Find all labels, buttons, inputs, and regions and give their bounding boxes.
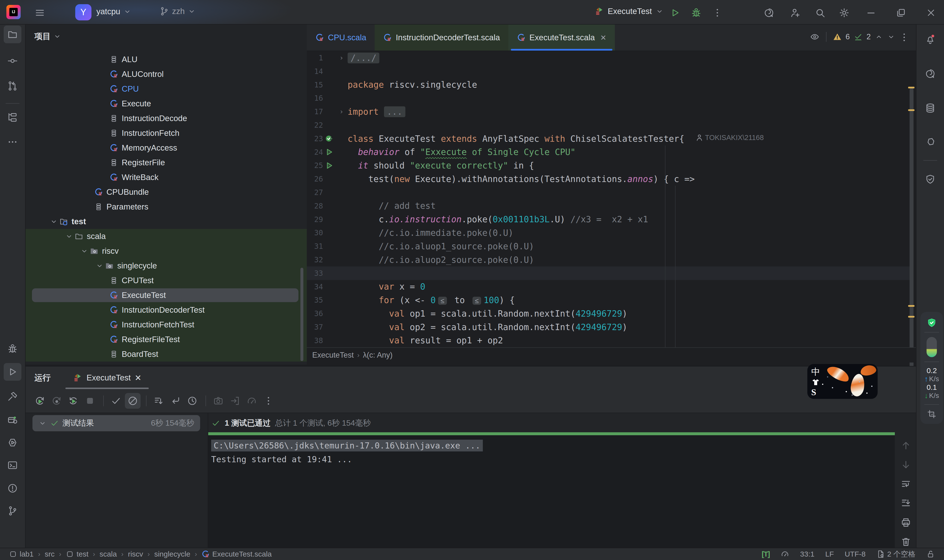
ai-assistant-button[interactable] [762, 5, 776, 20]
tree-item-singlecycle[interactable]: singlecycle [26, 258, 307, 273]
input-method-widget[interactable]: 中 S [807, 364, 878, 399]
tree-item-test[interactable]: test [26, 214, 307, 229]
warning-stripe-mark[interactable] [908, 316, 915, 318]
expand-chevron-icon[interactable] [94, 262, 105, 270]
code-line-16[interactable]: 16 [307, 91, 910, 105]
code-line-35[interactable]: 35 for (x <- 0≤ to ≤100) { [307, 293, 910, 307]
tool-window-button-ai-assistant[interactable] [921, 65, 939, 83]
tree-item-MemoryAccess[interactable]: MemoryAccess [26, 140, 307, 155]
tree-item-riscv[interactable]: riscv [26, 244, 307, 258]
tree-item-CPUTest[interactable]: CPUTest [26, 273, 307, 288]
tree-item-ALU[interactable]: ALU [26, 52, 307, 67]
more-run-options-button[interactable] [710, 5, 725, 20]
rerun-tests-button[interactable] [32, 393, 48, 409]
tool-window-button-pull-requests[interactable] [4, 77, 22, 95]
tool-window-button-terminal[interactable] [4, 456, 22, 474]
unlocked-icon[interactable] [926, 550, 935, 558]
gutter[interactable] [323, 134, 335, 143]
editor-tab-InstructionDecoderTest.scala[interactable]: InstructionDecoderTest.scala [375, 25, 508, 51]
print-button[interactable] [898, 516, 914, 529]
ime-brand[interactable]: S [811, 387, 816, 397]
inspections-widget[interactable]: 6 2 [810, 29, 896, 45]
tree-item-ExecuteTest[interactable]: ExecuteTest [26, 288, 307, 303]
scroll-down-button[interactable] [898, 458, 914, 471]
code-line-14[interactable]: 14 [307, 65, 910, 78]
more-options-button[interactable] [261, 393, 276, 409]
settings-button[interactable] [837, 5, 851, 20]
chevron-down-icon[interactable] [39, 419, 47, 428]
run-configuration-selector[interactable]: ExecuteTest [594, 6, 664, 16]
status-crumb-src[interactable]: src [45, 550, 55, 558]
line-ending[interactable]: LF [825, 550, 834, 558]
status-crumb-riscv[interactable]: riscv [128, 550, 143, 558]
code-line-24[interactable]: 24 behavior of "Exxecute of Single Cycle… [307, 145, 910, 159]
code-line-22[interactable]: 22 [307, 118, 910, 132]
fold-chevron-icon[interactable]: › [335, 54, 348, 62]
tree-item-WriteBack[interactable]: WriteBack [26, 170, 307, 185]
tool-window-button-problems[interactable] [4, 480, 22, 497]
warning-count[interactable]: 6 [846, 32, 850, 41]
tab-options-icon[interactable] [899, 32, 910, 43]
tree-item-Parameters[interactable]: Parameters [26, 200, 307, 214]
profiler-button[interactable] [244, 393, 260, 409]
main-menu-button[interactable] [32, 5, 47, 20]
minimize-button[interactable] [862, 5, 879, 20]
tree-item-Execute[interactable]: Execute [26, 96, 307, 111]
tree-item-scala[interactable]: scala [26, 229, 307, 244]
soft-wrap-button[interactable] [898, 478, 914, 491]
code-line-26[interactable]: 26 test(new Execute).withAnnotations(Tes… [307, 172, 910, 186]
clear-all-button[interactable] [898, 535, 914, 548]
tool-window-button-project[interactable] [4, 26, 22, 43]
run-console[interactable]: C:\Users\26586\.jdks\temurin-17.0.16\bin… [208, 435, 895, 548]
tree-item-BoardTest[interactable]: BoardTest [26, 347, 307, 362]
editor-scrollbar[interactable] [910, 51, 913, 347]
tool-window-button-sbt-shell[interactable] [4, 434, 22, 451]
performance-gauge-icon[interactable] [780, 550, 789, 558]
code-line-27[interactable]: 27 [307, 186, 910, 199]
code-line-28[interactable]: 28 // add test [307, 199, 910, 213]
sort-by-duration-button[interactable] [184, 393, 200, 409]
code-line-15[interactable]: 15package riscv.singlecycle [307, 78, 910, 92]
run-tab[interactable]: ExecuteTest ✕ [68, 366, 146, 389]
run-test-icon[interactable] [325, 148, 333, 157]
editor-tab-CPU.scala[interactable]: CPU.scala [307, 25, 375, 51]
debug-button[interactable] [689, 5, 703, 20]
expand-chevron-icon[interactable] [79, 247, 90, 255]
stop-button[interactable] [82, 393, 98, 409]
project-avatar[interactable]: Y [75, 4, 91, 20]
tree-item-RegisterFileTest[interactable]: RegisterFileTest [26, 332, 307, 347]
toggle-auto-test-button[interactable] [65, 393, 81, 409]
tool-window-button-debug[interactable] [4, 340, 22, 358]
tree-item-InstructionFetch[interactable]: InstructionFetch [26, 126, 307, 140]
console-line[interactable]: C:\Users\26586\.jdks\temurin-17.0.16\bin… [211, 438, 895, 452]
run-button[interactable] [668, 5, 682, 20]
warning-stripe-mark[interactable] [908, 109, 915, 111]
tree-item-RegisterFile[interactable]: RegisterFile [26, 155, 307, 170]
branch-selector[interactable]: zzh [159, 6, 196, 16]
test-results-row[interactable]: 测试结果 6秒 154毫秒 [32, 415, 200, 431]
weak-warning-count[interactable]: 2 [867, 32, 871, 41]
code-line-32[interactable]: 32 //c.io.aluop2_source.poke(0.U) [307, 253, 910, 266]
tree-item-CPU[interactable]: CPU [26, 82, 307, 96]
eye-icon[interactable] [810, 32, 820, 42]
tree-item-InstructionFetchTest[interactable]: InstructionFetchTest [26, 317, 307, 332]
sort-tests-button[interactable] [151, 393, 167, 409]
tool-window-button-security[interactable] [921, 171, 939, 188]
show-passed-button[interactable] [108, 393, 124, 409]
tool-window-button-dependencies[interactable] [921, 134, 939, 151]
tool-window-button-more-tools[interactable] [4, 133, 22, 151]
tool-window-button-build[interactable] [4, 388, 22, 405]
code-line-25[interactable]: 25 it should "execute correctly" in { [307, 158, 910, 172]
breadcrumb-member[interactable]: λ(c: Any) [363, 351, 393, 360]
screenshot-icon[interactable] [927, 409, 936, 419]
code-editor[interactable]: 1›/.../1415package riscv.singlecycle1617… [307, 51, 916, 347]
gutter[interactable] [323, 161, 335, 170]
run-test-icon[interactable] [325, 161, 333, 170]
code-line-17[interactable]: 17›import ... [307, 105, 910, 118]
code-line-34[interactable]: 34 var x = 0 [307, 280, 910, 294]
code-line-30[interactable]: 30 //c.io.immediate.poke(0.U) [307, 226, 910, 240]
warning-stripe-mark[interactable] [908, 305, 915, 307]
code-line-29[interactable]: 29 c.io.instruction.poke(0x001101b3L.U) … [307, 213, 910, 226]
show-ignored-button[interactable] [125, 393, 140, 409]
prev-problem-icon[interactable] [875, 33, 883, 41]
